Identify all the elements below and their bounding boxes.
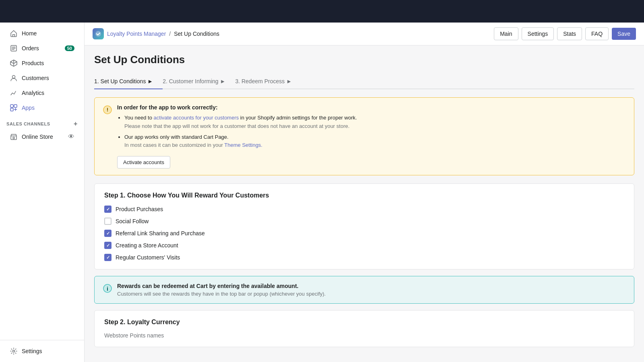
svg-rect-3	[14, 105, 17, 107]
sidebar-item-orders[interactable]: Orders 50	[3, 41, 81, 56]
sidebar-footer: Settings	[0, 340, 84, 362]
sales-channels-label: SALES CHANNELS	[6, 121, 50, 126]
svg-point-10	[107, 111, 108, 112]
app-header-left: Loyalty Points Manager / Set Up Conditio…	[93, 28, 219, 39]
sidebar-item-customers-label: Customers	[22, 75, 49, 81]
warning-item-2: Our app works only with standard Cart Pa…	[124, 133, 626, 150]
sidebar-item-products[interactable]: Products	[3, 56, 81, 70]
svg-point-6	[13, 350, 15, 352]
customers-icon	[10, 74, 18, 82]
home-icon	[10, 29, 18, 37]
breadcrumb-separator: /	[169, 31, 171, 37]
warning-item-2-text: Our app works only with standard Cart Pa…	[124, 134, 229, 140]
breadcrumb-app-name[interactable]: Loyalty Points Manager	[107, 31, 166, 37]
warning-item-1: You need to activate accounts for your c…	[124, 114, 626, 131]
sidebar-item-analytics[interactable]: Analytics	[3, 86, 81, 100]
svg-point-5	[13, 137, 14, 139]
svg-rect-4	[10, 108, 13, 111]
checkbox-social-follow[interactable]: Social Follow	[104, 218, 624, 225]
warning-item-2-note: In most cases it can be customized in yo…	[124, 142, 224, 148]
checkbox-referral-link-label: Referral Link Sharing and Purchase	[116, 230, 205, 237]
step2-card: Step 2. Loyalty Currency Webstore Points…	[94, 310, 634, 347]
top-bar	[0, 0, 644, 23]
sidebar-item-settings-label: Settings	[22, 348, 42, 354]
checkbox-referral-link[interactable]: ✓ Referral Link Sharing and Purchase	[104, 230, 624, 237]
step1-title: Step 1. Choose How You Will Reward Your …	[104, 192, 624, 199]
sidebar-item-online-store[interactable]: Online Store 👁	[3, 130, 81, 144]
sidebar-item-orders-label: Orders	[22, 45, 39, 51]
main-content: Loyalty Points Manager / Set Up Conditio…	[85, 23, 644, 362]
sidebar-item-home[interactable]: Home	[3, 26, 81, 41]
sales-channels-header: SALES CHANNELS +	[0, 115, 84, 129]
sidebar-item-products-label: Products	[22, 60, 44, 66]
wizard-tab-setup[interactable]: 1. Set Up Conditions ►	[94, 74, 163, 89]
checkmark: ✓	[106, 255, 110, 260]
sidebar-item-apps-label: Apps	[22, 105, 35, 111]
orders-icon	[10, 44, 18, 52]
warning-icon	[103, 104, 112, 169]
theme-settings-link[interactable]: Theme Settings.	[224, 142, 262, 148]
sidebar-item-analytics-label: Analytics	[22, 90, 44, 96]
add-channel-icon[interactable]: +	[74, 120, 78, 128]
info-content: Rewards can be redeemed at Cart by enter…	[117, 283, 326, 297]
svg-point-13	[107, 287, 108, 288]
webstore-points-label: Webstore Points names	[104, 332, 624, 339]
sidebar-item-apps[interactable]: Apps	[3, 101, 81, 115]
activate-accounts-link[interactable]: activate accounts for your customers	[154, 115, 239, 121]
orders-badge: 50	[65, 45, 74, 51]
checkbox-customer-visits[interactable]: ✓ Regular Customers' Visits	[104, 254, 624, 261]
app-logo	[93, 28, 104, 39]
step2-title: Step 2. Loyalty Currency	[104, 319, 624, 326]
sidebar-item-home-label: Home	[22, 30, 37, 37]
checkbox-customer-visits-label: Regular Customers' Visits	[116, 254, 180, 261]
checkmark: ✓	[106, 243, 110, 248]
page-body: Set Up Conditions 1. Set Up Conditions ►…	[85, 45, 644, 362]
checkbox-product-purchases-box[interactable]: ✓	[104, 206, 111, 213]
save-button[interactable]: Save	[612, 28, 636, 40]
analytics-icon	[10, 89, 18, 97]
checkbox-social-follow-label: Social Follow	[116, 218, 149, 224]
settings-icon	[10, 347, 18, 355]
warning-box: In order for the app to work correctly: …	[94, 97, 634, 175]
checkbox-customer-visits-box[interactable]: ✓	[104, 254, 111, 261]
sidebar-item-customers[interactable]: Customers	[3, 71, 81, 85]
checkbox-store-account[interactable]: ✓ Creating a Store Account	[104, 242, 624, 249]
faq-button[interactable]: FAQ	[585, 27, 609, 40]
wizard-tab-informing[interactable]: 2. Customer Informing ►	[163, 74, 235, 89]
wizard-tab-redeem[interactable]: 3. Redeem Process ►	[235, 74, 301, 89]
svg-rect-2	[10, 105, 13, 107]
main-button[interactable]: Main	[494, 27, 518, 40]
checkbox-store-account-label: Creating a Store Account	[116, 242, 178, 249]
checkbox-product-purchases[interactable]: ✓ Product Purchases	[104, 206, 624, 213]
checkbox-product-purchases-label: Product Purchases	[116, 206, 163, 212]
warning-item-1-note: Please note that the app will not work f…	[124, 123, 349, 129]
apps-icon	[10, 104, 18, 112]
checkmark: ✓	[106, 231, 110, 236]
store-icon	[10, 133, 18, 141]
sidebar-item-online-store-label: Online Store	[22, 134, 53, 140]
settings-button[interactable]: Settings	[522, 27, 554, 40]
sidebar-nav: Home Orders 50	[0, 23, 84, 340]
page-title: Set Up Conditions	[94, 53, 634, 66]
activate-accounts-button[interactable]: Activate accounts	[117, 156, 170, 169]
checkbox-social-follow-box[interactable]	[104, 218, 111, 225]
products-icon	[10, 59, 18, 67]
wizard-tabs: 1. Set Up Conditions ► 2. Customer Infor…	[94, 74, 634, 89]
info-icon-container	[103, 283, 112, 297]
warning-title: In order for the app to work correctly:	[117, 104, 626, 111]
sidebar-item-settings[interactable]: Settings	[3, 344, 81, 358]
svg-point-1	[12, 76, 15, 78]
warning-list: You need to activate accounts for your c…	[117, 114, 626, 150]
app-header: Loyalty Points Manager / Set Up Conditio…	[85, 23, 644, 45]
breadcrumb-current-page: Set Up Conditions	[174, 31, 219, 37]
info-text: Customers will see the rewards they have…	[117, 291, 326, 297]
warning-item-1-text: You need to	[124, 115, 154, 121]
warning-item-1-suffix: in your Shopify admin settings for the p…	[239, 115, 357, 121]
stats-button[interactable]: Stats	[557, 27, 582, 40]
checkbox-referral-link-box[interactable]: ✓	[104, 230, 111, 237]
checkbox-store-account-box[interactable]: ✓	[104, 242, 111, 249]
checkmark: ✓	[106, 207, 110, 212]
info-title: Rewards can be redeemed at Cart by enter…	[117, 283, 326, 289]
sidebar: Home Orders 50	[0, 23, 85, 362]
header-actions: Main Settings Stats FAQ Save	[494, 27, 636, 40]
